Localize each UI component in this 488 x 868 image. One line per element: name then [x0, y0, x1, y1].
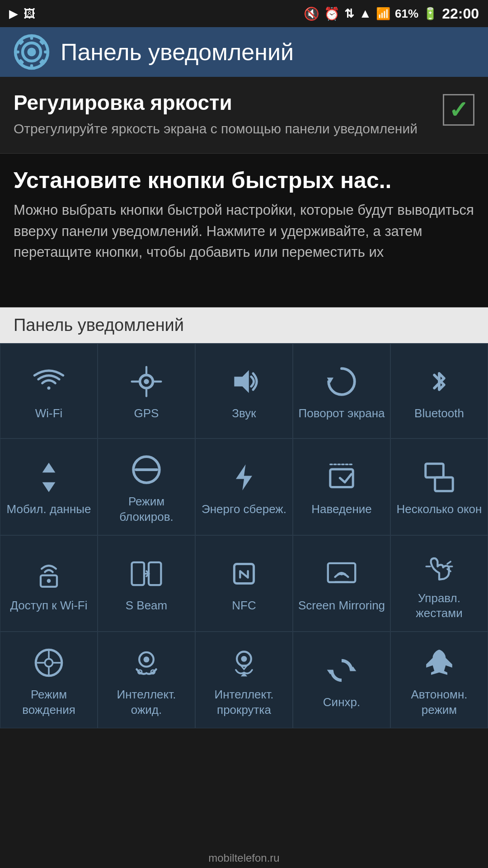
- grid-item-powersave[interactable]: Энерго сбереж.: [195, 439, 293, 535]
- drivingmode-label: Режим вождения: [4, 687, 94, 718]
- quick-settings-grid: Wi-Fi GPS Звук Поворот экрана Bluetooth …: [0, 343, 488, 728]
- gps-label: GPS: [134, 406, 159, 421]
- brightness-title: Регулировка яркости: [14, 90, 434, 115]
- svg-point-28: [47, 579, 51, 583]
- blockmode-icon: [128, 452, 164, 488]
- wifi-icon: [31, 363, 67, 400]
- svg-point-33: [340, 572, 343, 576]
- powersave-icon: [226, 459, 262, 495]
- battery-percentage: 61%: [395, 7, 418, 21]
- clock: 22:00: [442, 5, 479, 22]
- sound-icon: [226, 363, 262, 400]
- play-icon: ▶: [9, 7, 18, 21]
- smartscroll-label: Интеллект. прокрутка: [199, 687, 289, 718]
- grid-item-gesturecontrol[interactable]: Управл. жестами: [390, 535, 488, 632]
- grid-item-rotate[interactable]: Поворот экрана: [293, 344, 390, 439]
- grid-item-drivingmode[interactable]: Режим вождения: [0, 632, 98, 728]
- grid-item-sync[interactable]: Синхр.: [293, 632, 390, 728]
- svg-point-40: [45, 659, 52, 667]
- svg-rect-26: [435, 477, 453, 491]
- gesturecontrol-label: Управл. жестами: [394, 591, 484, 622]
- status-left-icons: ▶ 🖼: [9, 7, 35, 21]
- wifihotspot-icon: [31, 556, 67, 592]
- rotate-icon: [324, 363, 360, 400]
- grid-item-airplane[interactable]: Автономн. режим: [390, 632, 488, 728]
- check-mark: ✓: [449, 96, 469, 123]
- drivingmode-icon: [31, 645, 67, 681]
- airplane-label: Автономн. режим: [394, 687, 484, 718]
- svg-point-2: [27, 47, 36, 56]
- smartscroll-icon: [226, 645, 262, 681]
- sound-label: Звук: [232, 406, 256, 421]
- hover-label: Наведение: [311, 502, 372, 517]
- brightness-checkbox[interactable]: ✓: [443, 94, 474, 126]
- grid-item-multiwindow[interactable]: Несколько окон: [390, 439, 488, 535]
- sbeam-icon: [128, 556, 164, 592]
- grid-item-nfc[interactable]: NFC: [195, 535, 293, 632]
- blockmode-label: Режим блокиров.: [102, 494, 191, 525]
- nfc-label: NFC: [232, 598, 256, 613]
- nfc-icon: [226, 556, 262, 592]
- sbeam-label: S Beam: [126, 598, 168, 613]
- grid-item-bluetooth[interactable]: Bluetooth: [390, 344, 488, 439]
- quick-buttons-desc: Можно выбрать кнопки быстрой настройки, …: [14, 200, 474, 263]
- grid-item-hover[interactable]: Наведение: [293, 439, 390, 535]
- brightness-desc: Отрегулируйте яркость экрана с помощью п…: [14, 119, 434, 138]
- grid-item-gps[interactable]: GPS: [98, 344, 195, 439]
- brightness-text: Регулировка яркости Отрегулируйте яркост…: [14, 90, 434, 138]
- svg-point-12: [144, 379, 149, 384]
- grid-item-wifi[interactable]: Wi-Fi: [0, 344, 98, 439]
- sync-label: Синхр.: [323, 695, 360, 710]
- watermark: mobiltelefon.ru: [0, 852, 488, 864]
- svg-rect-30: [149, 562, 161, 585]
- grid-item-wifihotspot[interactable]: Доступ к Wi-Fi: [0, 535, 98, 632]
- svg-rect-3: [30, 35, 33, 40]
- wifihotspot-label: Доступ к Wi-Fi: [10, 598, 87, 613]
- panel-label: Панель уведомлений: [0, 307, 488, 343]
- svg-rect-4: [30, 64, 33, 69]
- header: Панель уведомлений: [0, 27, 488, 77]
- svg-line-37: [447, 561, 450, 564]
- status-bar: ▶ 🖼 🔇 ⏰ ⇅ ▲ 📶 61% 🔋 22:00: [0, 0, 488, 27]
- header-title: Панель уведомлений: [61, 38, 294, 66]
- grid-item-smartstay[interactable]: Интеллект. ожид.: [98, 632, 195, 728]
- mute-icon: 🔇: [304, 6, 319, 21]
- svg-marker-19: [42, 462, 56, 472]
- grid-item-mobiledata[interactable]: Мобил. данные: [0, 439, 98, 535]
- sync-icon: [324, 652, 360, 689]
- grid-item-blockmode[interactable]: Режим блокиров.: [98, 439, 195, 535]
- svg-marker-17: [234, 370, 249, 393]
- svg-marker-52: [241, 665, 247, 670]
- screenmirroring-label: Screen Mirroring: [298, 598, 385, 613]
- smartstay-label: Интеллект. ожид.: [102, 687, 191, 718]
- image-icon: 🖼: [23, 7, 35, 21]
- gesturecontrol-icon: [421, 548, 457, 585]
- mobiledata-label: Мобил. данные: [7, 502, 91, 517]
- grid-item-smartscroll[interactable]: Интеллект. прокрутка: [195, 632, 293, 728]
- hover-icon: [324, 459, 360, 495]
- battery-icon: 🔋: [423, 7, 437, 21]
- quick-buttons-section: Установите кнопки быстрых нас.. Можно вы…: [0, 154, 488, 307]
- settings-icon: [14, 34, 50, 70]
- wifi-label: Wi-Fi: [35, 406, 63, 421]
- grid-item-sound[interactable]: Звук: [195, 344, 293, 439]
- grid-item-sbeam[interactable]: S Beam: [98, 535, 195, 632]
- svg-rect-6: [44, 51, 49, 53]
- svg-rect-5: [14, 51, 19, 53]
- quick-buttons-title: Установите кнопки быстрых нас..: [14, 167, 474, 193]
- multiwindow-label: Несколько окон: [397, 502, 482, 517]
- signal-icon: 📶: [376, 7, 390, 21]
- svg-marker-20: [42, 482, 56, 492]
- airplane-icon: [421, 645, 457, 681]
- multiwindow-icon: [421, 459, 457, 495]
- status-right-icons: 🔇 ⏰ ⇅ ▲ 📶 61% 🔋 22:00: [304, 5, 479, 22]
- screenmirroring-icon: [324, 556, 360, 592]
- svg-rect-25: [426, 464, 444, 477]
- smartstay-icon: [128, 645, 164, 681]
- grid-item-screenmirroring[interactable]: Screen Mirroring: [293, 535, 390, 632]
- sync-status-icon: ⇅: [344, 7, 354, 21]
- rotate-label: Поворот экрана: [299, 406, 385, 421]
- brightness-section[interactable]: Регулировка яркости Отрегулируйте яркост…: [0, 77, 488, 154]
- svg-line-38: [447, 569, 450, 571]
- alarm-icon: ⏰: [324, 6, 340, 21]
